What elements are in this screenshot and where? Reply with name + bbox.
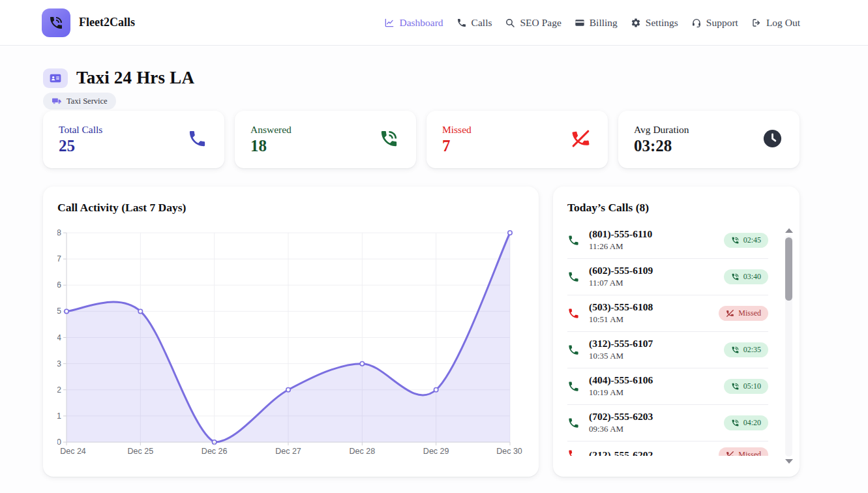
phone-volume-icon: [731, 346, 740, 354]
nav-item-label: Billing: [590, 17, 618, 29]
call-status-badge: 03:40: [724, 269, 768, 284]
top-nav: Fleet2Calls DashboardCallsSEO PageBillin…: [0, 0, 868, 46]
todays-calls-card: Today’s Calls (8) (801)-555-611011:26 AM…: [553, 187, 800, 477]
main-content: Taxi 24 Hrs LA Taxi Service Total Calls2…: [43, 46, 800, 477]
stat-label: Answered: [250, 124, 292, 136]
call-duration: Missed: [738, 308, 761, 318]
phone-icon: [187, 128, 207, 151]
svg-text:5: 5: [57, 306, 61, 316]
call-row: (702)-555-620309:36 AM04:20: [567, 405, 768, 441]
nav-item-billing[interactable]: Billing: [575, 17, 618, 29]
call-row: (312)-555-610710:35 AM02:35: [567, 332, 768, 368]
scroll-up-arrow-icon[interactable]: [785, 228, 793, 233]
clock-icon: [762, 128, 783, 151]
nav-item-seo-page[interactable]: SEO Page: [505, 17, 561, 29]
answered-call-phone-icon: [567, 344, 580, 356]
nav-item-support[interactable]: Support: [691, 17, 738, 29]
phone-slash-icon: [571, 128, 591, 151]
svg-text:Dec 24: Dec 24: [60, 447, 86, 456]
stat-value: 25: [59, 137, 102, 155]
stat-label: Total Calls: [59, 124, 102, 136]
phone-icon: [456, 18, 467, 28]
stat-card-total-calls: Total Calls25: [43, 111, 224, 168]
nav-item-log-out[interactable]: Log Out: [751, 17, 800, 29]
call-row: (404)-555-610610:19 AM05:10: [567, 368, 768, 405]
stat-value: 7: [442, 137, 471, 155]
call-number: (312)-555-6107: [589, 338, 715, 350]
svg-text:7: 7: [57, 254, 61, 263]
answered-call-phone-icon: [567, 234, 580, 246]
svg-text:1: 1: [57, 411, 61, 421]
phone-slash-icon: [726, 309, 734, 318]
call-status-badge: 05:10: [724, 379, 768, 394]
call-duration: Missed: [738, 450, 761, 456]
nav-item-dashboard[interactable]: Dashboard: [384, 17, 443, 29]
stat-label: Avg Duration: [634, 124, 689, 136]
scrollbar-thumb[interactable]: [785, 237, 792, 301]
nav-item-label: Settings: [646, 17, 678, 29]
answered-call-phone-icon: [567, 271, 580, 283]
page-title: Taxi 24 Hrs LA: [76, 68, 194, 88]
scrollbar-track[interactable]: [785, 235, 792, 456]
nav-item-label: SEO Page: [520, 17, 561, 29]
call-time: 10:35 AM: [589, 351, 715, 361]
brand[interactable]: Fleet2Calls: [42, 8, 135, 37]
call-duration: 03:40: [743, 272, 761, 282]
id-card-icon: [43, 68, 68, 88]
call-row: (801)-555-611011:26 AM02:45: [567, 222, 768, 259]
svg-text:8: 8: [57, 228, 61, 237]
svg-text:4: 4: [57, 333, 61, 342]
phone-volume-icon: [731, 273, 740, 281]
call-activity-card: Call Activity (Last 7 Days) 012345678Dec…: [43, 187, 539, 477]
call-time: 11:07 AM: [589, 278, 715, 288]
call-duration: 02:35: [743, 345, 761, 355]
nav-item-calls[interactable]: Calls: [456, 17, 492, 29]
call-time: 09:36 AM: [589, 424, 715, 434]
scrollbar: [785, 228, 793, 464]
call-duration: 02:45: [743, 235, 761, 245]
call-status-badge: Missed: [719, 447, 768, 456]
svg-text:Dec 26: Dec 26: [202, 447, 228, 456]
truck-icon: [52, 96, 62, 106]
call-duration: 05:10: [743, 381, 761, 391]
calls-list: (801)-555-611011:26 AM02:45(602)-555-610…: [567, 222, 785, 456]
call-number: (503)-555-6108: [589, 301, 710, 313]
answered-call-phone-icon: [567, 380, 580, 393]
missed-call-phone-icon: [567, 307, 580, 320]
stat-label: Missed: [442, 124, 471, 136]
stat-card-missed: Missed7: [427, 111, 608, 168]
brand-name: Fleet2Calls: [79, 16, 135, 29]
stat-value: 03:28: [634, 137, 689, 155]
call-duration: 04:20: [743, 418, 761, 428]
call-status-badge: 02:45: [724, 233, 768, 248]
call-row: (212)-555-6202Missed: [567, 441, 768, 456]
call-status-badge: 04:20: [724, 415, 768, 430]
panels: Call Activity (Last 7 Days) 012345678Dec…: [43, 187, 800, 477]
call-number: (212)-555-6202: [589, 449, 710, 456]
svg-text:2: 2: [57, 385, 61, 395]
call-number: (404)-555-6106: [589, 374, 715, 386]
calls-title: Today’s Calls (8): [567, 201, 785, 215]
call-number: (801)-555-6110: [589, 228, 715, 240]
svg-text:Dec 30: Dec 30: [496, 447, 522, 456]
app-logo-phone-volume-icon: [42, 8, 70, 37]
call-number: (702)-555-6203: [589, 411, 715, 423]
nav-item-settings[interactable]: Settings: [631, 17, 678, 29]
scroll-down-arrow-icon[interactable]: [785, 459, 793, 464]
call-status-badge: 02:35: [724, 342, 768, 357]
call-time: 10:19 AM: [589, 387, 715, 398]
svg-text:0: 0: [57, 438, 61, 447]
page-head: Taxi 24 Hrs LA Taxi Service: [43, 68, 800, 110]
call-row: (602)-555-610911:07 AM03:40: [567, 259, 768, 295]
phone-volume-icon: [731, 382, 740, 391]
nav-item-label: Dashboard: [399, 17, 443, 29]
gear-icon: [631, 18, 641, 28]
call-row: (503)-555-610810:51 AMMissed: [567, 295, 768, 332]
phone-volume-icon: [379, 128, 399, 151]
phone-volume-icon: [731, 419, 740, 427]
phone-volume-icon: [731, 236, 740, 245]
logout-icon: [751, 18, 762, 28]
call-time: 11:26 AM: [589, 241, 715, 252]
call-number: (602)-555-6109: [589, 265, 715, 276]
svg-text:Dec 27: Dec 27: [275, 447, 301, 456]
